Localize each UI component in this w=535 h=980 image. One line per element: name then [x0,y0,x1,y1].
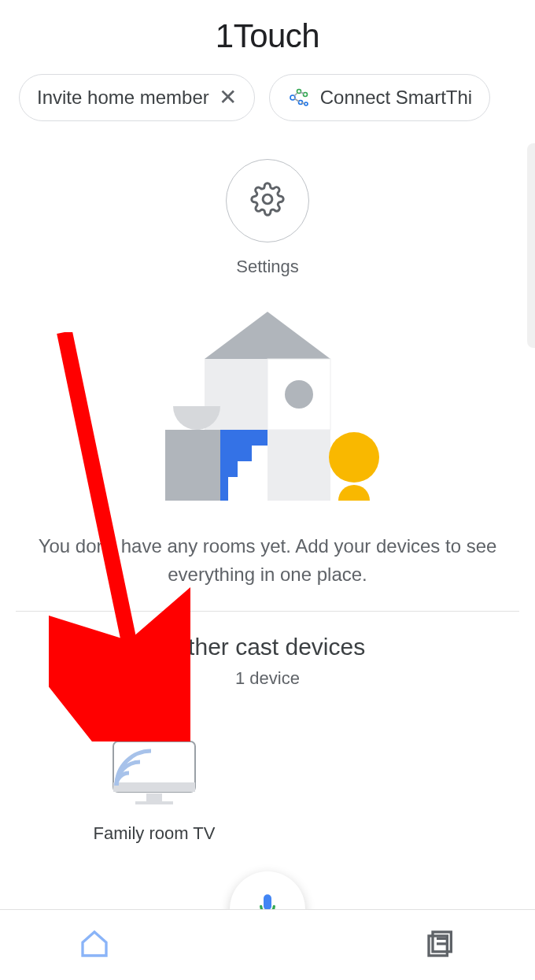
cast-section-title: Other cast devices [0,634,535,660]
cast-device-tile[interactable]: Family room TV [76,738,233,844]
settings-label: Settings [236,257,299,277]
empty-state-illustration [0,312,535,508]
nav-home-icon[interactable] [79,928,110,963]
chip-label: Invite home member [37,87,209,109]
tv-cast-icon [107,798,201,812]
cast-device-count: 1 device [0,668,535,689]
nav-feed-icon[interactable] [425,928,456,963]
page-title: 1Touch [0,0,535,71]
chip-label: Connect SmartThi [320,87,472,109]
svg-rect-10 [165,430,220,501]
svg-rect-14 [113,782,195,792]
svg-point-9 [285,380,313,409]
svg-rect-16 [135,801,173,804]
svg-marker-6 [205,312,330,359]
svg-rect-15 [146,793,162,801]
svg-point-12 [329,432,379,483]
suggestion-chips: Invite home member ✕ Connect SmartThi [0,71,535,121]
graph-icon [287,86,311,109]
svg-rect-11 [268,430,330,501]
divider [16,611,519,612]
gear-icon [250,182,285,220]
close-icon[interactable]: ✕ [219,87,237,109]
chip-invite-member[interactable]: Invite home member ✕ [19,74,255,121]
bottom-nav [0,909,535,980]
chip-connect-smartthings[interactable]: Connect SmartThi [269,74,490,121]
svg-point-5 [263,194,272,204]
device-name: Family room TV [76,823,233,844]
empty-state-message: You don't have any rooms yet. Add your d… [0,532,535,589]
svg-point-4 [304,102,308,105]
settings-button[interactable] [226,159,309,242]
